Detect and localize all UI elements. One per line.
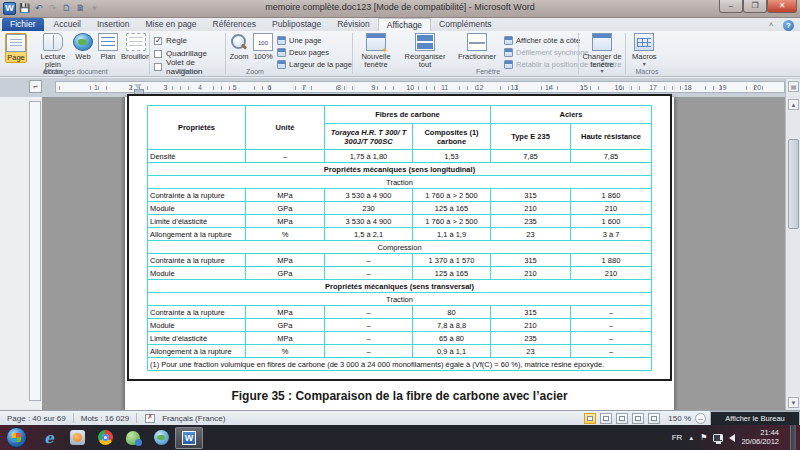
two-pages-button[interactable]: Deux pages bbox=[277, 47, 352, 57]
ruler-mark: 20 bbox=[753, 84, 761, 91]
tab-compléments[interactable]: Compléments bbox=[431, 18, 499, 31]
save-icon[interactable]: 💾 bbox=[19, 3, 30, 14]
language-indicator[interactable]: Français (France) bbox=[155, 414, 232, 423]
switch-windows-button[interactable]: Changer de fenêtre ▾ bbox=[582, 33, 622, 76]
tab-mise-en-page[interactable]: Mise en page bbox=[138, 18, 205, 31]
draft-view-button[interactable]: Brouillon bbox=[121, 33, 150, 61]
collapse-ribbon-icon[interactable]: ˄ bbox=[765, 21, 777, 30]
minimize-button[interactable]: – bbox=[719, 0, 743, 13]
checkbox-icon[interactable] bbox=[154, 37, 162, 45]
table-cell: – bbox=[324, 267, 412, 280]
page-indicator[interactable]: Page : 40 sur 69 bbox=[0, 414, 73, 423]
print-layout-view-button[interactable] bbox=[584, 413, 596, 424]
table-row: ModuleGPa–125 à 165210210 bbox=[147, 267, 651, 280]
tab-publipostage[interactable]: Publipostage bbox=[264, 18, 329, 31]
table-cell: 1 370 à 1 570 bbox=[412, 254, 490, 267]
ruler-toggle-button[interactable]: ▤ bbox=[788, 81, 799, 92]
checkbox-règle[interactable]: Règle bbox=[154, 35, 224, 46]
tray-language[interactable]: FR bbox=[672, 433, 683, 442]
table-cell: Contrainte à la rupture bbox=[147, 189, 245, 202]
spellcheck-icon[interactable] bbox=[145, 414, 155, 423]
tab-révision[interactable]: Révision bbox=[329, 18, 378, 31]
qat-dropdown-icon[interactable]: ▾ bbox=[89, 3, 100, 14]
messenger-icon[interactable] bbox=[119, 427, 147, 449]
ruler-mark: 5 bbox=[233, 84, 237, 91]
ruler-mark: 13 bbox=[510, 84, 518, 91]
screen: W 💾 ↶ ↷ 🗋 🗎 ▾ memoire complète.doc123 [M… bbox=[0, 0, 800, 450]
arrange-all-button[interactable]: Réorganiser tout bbox=[399, 33, 451, 68]
quick-access-toolbar: W 💾 ↶ ↷ 🗋 🗎 ▾ bbox=[3, 1, 100, 15]
web-view-button[interactable] bbox=[616, 413, 628, 424]
new-window-button[interactable]: Nouvelle fenêtre bbox=[356, 33, 396, 68]
properties-table: Propriétés Unité Fibres de carbone Acier… bbox=[147, 105, 652, 371]
show-desktop-button[interactable] bbox=[790, 425, 796, 450]
scrollbar-thumb[interactable] bbox=[788, 139, 799, 229]
new-document-icon[interactable]: 🗋 bbox=[61, 3, 72, 14]
tab-insertion[interactable]: Insertion bbox=[89, 18, 138, 31]
close-button[interactable]: ✕ bbox=[767, 0, 797, 13]
view-side-by-side-icon bbox=[504, 36, 513, 45]
undo-icon[interactable]: ↶ bbox=[33, 3, 44, 14]
word-count[interactable]: Mots : 16 029 bbox=[74, 414, 136, 423]
zoom-out-button[interactable]: – bbox=[695, 413, 706, 424]
volume-icon[interactable] bbox=[729, 434, 735, 442]
globe-app-icon[interactable] bbox=[147, 427, 175, 449]
zoom-100-button[interactable]: 100 100% bbox=[253, 33, 273, 61]
macros-button[interactable]: Macros ▾ bbox=[632, 33, 657, 68]
page-view-button[interactable]: Page bbox=[5, 33, 27, 63]
scroll-up-icon[interactable]: ▲ bbox=[788, 99, 799, 110]
draft-view-small-button[interactable] bbox=[648, 413, 660, 424]
media-player-icon[interactable] bbox=[63, 427, 91, 449]
tab-selector-button[interactable]: ⌐ bbox=[29, 80, 42, 93]
split-button[interactable]: Fractionner bbox=[454, 33, 500, 61]
zoom-button[interactable]: Zoom bbox=[229, 33, 249, 61]
tab-affichage[interactable]: Affichage bbox=[378, 18, 431, 31]
ruler-mark: 4 bbox=[198, 84, 202, 91]
table-row: (1) Pour une fraction volumique en fibre… bbox=[147, 358, 651, 371]
clock[interactable]: 21:44 20/06/2012 bbox=[741, 429, 779, 446]
restore-button[interactable]: ❐ bbox=[743, 0, 767, 13]
tray-expand-icon[interactable]: ▲ bbox=[688, 435, 694, 441]
checkbox-icon[interactable] bbox=[154, 50, 162, 58]
table-row: Propriétés mécaniques (sens transversal) bbox=[147, 280, 651, 293]
internet-explorer-icon[interactable]: e bbox=[35, 427, 63, 449]
zoom-level[interactable]: 150 % bbox=[668, 414, 691, 423]
zoom-magnifier-icon bbox=[229, 33, 249, 51]
help-icon[interactable]: ? bbox=[783, 20, 794, 31]
web-layout-button[interactable]: Web bbox=[73, 33, 93, 61]
start-button[interactable] bbox=[6, 427, 27, 448]
group-affichages-document: Page Lecture plein écran Web Plan Brouil… bbox=[2, 31, 148, 76]
table-cell: 125 à 165 bbox=[412, 267, 490, 280]
document-page[interactable]: Propriétés Unité Fibres de carbone Acier… bbox=[125, 97, 674, 410]
table-cell: Densité bbox=[147, 150, 245, 163]
table-cell: Allongement à la rupture bbox=[147, 345, 245, 358]
afficher-checkboxes: RègleQuadrillageVolet de navigation bbox=[154, 35, 224, 72]
document-area: Propriétés Unité Fibres de carbone Acier… bbox=[0, 97, 800, 410]
fullscreen-view-button[interactable] bbox=[600, 413, 612, 424]
table-section-header: Propriétés mécaniques (sens longitudinal… bbox=[147, 163, 651, 176]
vertical-scrollbar[interactable]: ▤ ▲ ▼ bbox=[785, 79, 800, 410]
outline-view-button[interactable]: Plan bbox=[98, 33, 118, 61]
table-cell: 315 bbox=[491, 306, 571, 319]
one-page-icon bbox=[277, 36, 286, 45]
tab-références[interactable]: Références bbox=[205, 18, 264, 31]
scroll-down-icon[interactable]: ▼ bbox=[788, 397, 799, 408]
outline-view-small-button[interactable] bbox=[632, 413, 644, 424]
table-section-header: Compression bbox=[147, 241, 651, 254]
word-taskbar-icon[interactable]: W bbox=[175, 427, 203, 449]
print-preview-icon[interactable]: 🗎 bbox=[75, 3, 86, 14]
table-cell: Limite d’élasticité bbox=[147, 332, 245, 345]
table-cell: 125 à 165 bbox=[412, 202, 490, 215]
word-logo-icon: W bbox=[3, 2, 16, 15]
horizontal-ruler[interactable]: 1234567891011121314151617181920 bbox=[55, 81, 785, 93]
table-footnote: (1) Pour une fraction volumique en fibre… bbox=[147, 358, 651, 371]
tab-fichier[interactable]: Fichier bbox=[2, 18, 44, 31]
vertical-ruler[interactable] bbox=[29, 101, 41, 401]
action-center-flag-icon[interactable]: ⚑ bbox=[700, 433, 707, 442]
tab-accueil[interactable]: Accueil bbox=[46, 18, 89, 31]
chrome-icon[interactable] bbox=[91, 427, 119, 449]
header-haute-resistance: Haute résistance bbox=[571, 124, 652, 150]
table-cell: 235 bbox=[491, 332, 571, 345]
one-page-button[interactable]: Une page bbox=[277, 35, 352, 45]
table-row: Propriétés mécaniques (sens longitudinal… bbox=[147, 163, 651, 176]
